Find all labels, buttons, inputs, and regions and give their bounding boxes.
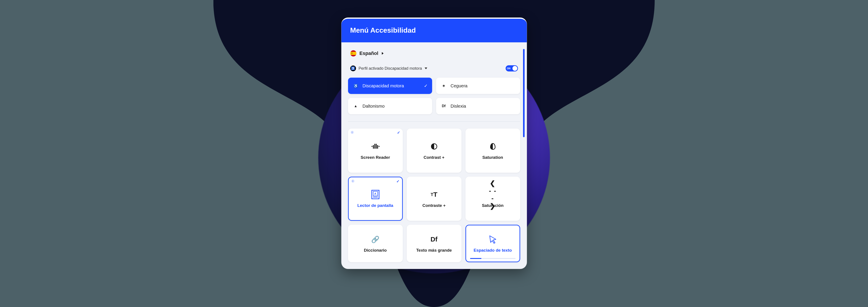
- saturation-icon: [488, 141, 498, 151]
- drop-icon: ▲: [352, 103, 359, 109]
- check-icon: ✓: [424, 83, 428, 89]
- progress-bar: [470, 258, 516, 259]
- profile-label: Ceguera: [451, 83, 468, 89]
- tool-label: Diccionario: [364, 248, 387, 253]
- text-size-icon: TT: [429, 190, 439, 200]
- tool-label: Texto más grande: [416, 248, 452, 253]
- blindness-icon: ✶: [440, 82, 447, 89]
- contrast-icon: [429, 141, 439, 151]
- profile-motor-button[interactable]: ♿ Discapacidad motora ✓: [348, 78, 432, 94]
- profile-label: Discapacidad motora: [363, 83, 404, 89]
- cursor-icon: [488, 234, 498, 244]
- active-profile-row[interactable]: ♿ Perfil activado Discapacidad motora ON: [348, 61, 520, 76]
- profile-blindness-button[interactable]: ✶ Ceguera: [436, 78, 520, 94]
- reader-icon: A: [370, 190, 380, 200]
- accessibility-panel: Menú Accesibilidad Español ♿ Perfil acti…: [341, 18, 527, 269]
- profile-dyslexia-button[interactable]: Df Dislexia: [436, 98, 520, 114]
- tool-screenreader-es[interactable]: i ✓ A Lector de pantalla: [348, 177, 403, 221]
- link-icon: 🔗: [370, 234, 380, 244]
- active-profile-text: Perfil activado Discapacidad motora: [359, 66, 422, 71]
- language-label: Español: [360, 50, 378, 56]
- check-icon: ✓: [396, 179, 399, 184]
- tool-label: Contrast +: [424, 155, 444, 160]
- accessibility-icon: ♿: [350, 66, 356, 71]
- tool-contrast-es[interactable]: TT Contraste +: [407, 177, 462, 221]
- panel-title: Menú Accesibilidad: [350, 26, 416, 34]
- tool-text-spacing[interactable]: Espaciado de texto: [465, 225, 520, 262]
- profile-colorblind-button[interactable]: ▲ Daltonismo: [348, 98, 432, 114]
- tool-bigger-text[interactable]: Df Texto más grande: [407, 225, 462, 262]
- wheelchair-icon: ♿: [352, 82, 359, 89]
- spain-flag-icon: [350, 50, 356, 57]
- check-icon: ✓: [397, 130, 400, 135]
- language-selector[interactable]: Español: [348, 46, 520, 61]
- profile-toggle[interactable]: ON: [506, 65, 518, 71]
- caret-right-icon: [382, 52, 383, 55]
- profile-label: Daltonismo: [363, 104, 385, 109]
- info-icon[interactable]: i: [351, 131, 354, 134]
- tool-label: Espaciado de texto: [474, 248, 512, 253]
- tool-label: Lector de pantalla: [357, 203, 393, 208]
- spacing-icon: ❮ - - - ❯: [488, 190, 498, 200]
- info-icon[interactable]: i: [351, 179, 354, 182]
- panel-body: Español ♿ Perfil activado Discapacidad m…: [341, 42, 527, 269]
- profile-grid: ♿ Discapacidad motora ✓ ✶ Ceguera ▲ Dalt…: [348, 76, 520, 122]
- profile-label: Dislexia: [451, 104, 466, 109]
- tool-grid: i ✓ ·ıllı· Screen Reader Contrast + Satu…: [348, 122, 520, 262]
- tool-label: Saturación: [482, 203, 503, 208]
- tool-saturation-es[interactable]: ❮ - - - ❯ Saturación: [465, 177, 520, 221]
- tool-label: Contraste +: [423, 203, 445, 208]
- toggle-label: ON: [507, 67, 511, 70]
- tool-label: Screen Reader: [361, 155, 390, 160]
- panel-header: Menú Accesibilidad: [341, 19, 527, 42]
- audio-wave-icon: ·ıllı·: [370, 141, 380, 151]
- bigger-text-icon: Df: [429, 234, 439, 244]
- dyslexia-icon: Df: [440, 103, 447, 109]
- tool-contrast-en[interactable]: Contrast +: [407, 129, 462, 173]
- tool-dictionary[interactable]: 🔗 Diccionario: [348, 225, 403, 262]
- caret-down-icon: [425, 67, 427, 69]
- tool-saturation-en[interactable]: Saturation: [465, 129, 520, 173]
- tool-label: Saturation: [483, 155, 503, 160]
- scrollbar[interactable]: [523, 49, 525, 137]
- tool-screenreader-en[interactable]: i ✓ ·ıllı· Screen Reader: [348, 129, 403, 173]
